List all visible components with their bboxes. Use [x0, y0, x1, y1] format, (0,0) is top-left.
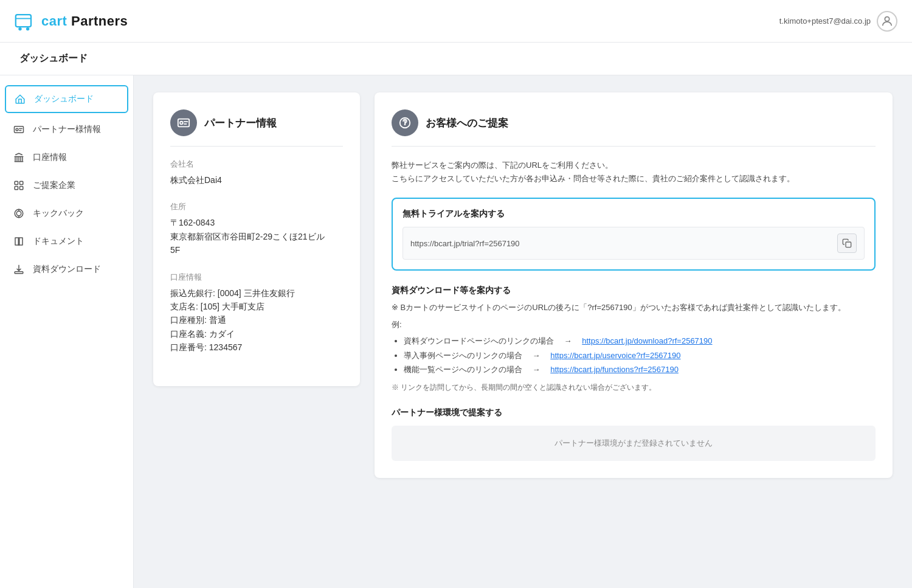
bank-icon — [12, 151, 26, 164]
partner-card-icon — [170, 109, 197, 136]
company-section: 会社名 株式会社Dai4 — [170, 159, 343, 187]
home-icon — [13, 92, 27, 106]
sidebar-item-proposal-company[interactable]: ご提案企業 — [0, 171, 133, 199]
svg-point-6 — [16, 128, 18, 131]
uservoice-link[interactable]: https://bcart.jp/uservoice?rf=2567190 — [550, 351, 680, 360]
sidebar-label-download: 資料ダウンロード — [33, 264, 101, 275]
download-link[interactable]: https://bcart.jp/download?rf=2567190 — [582, 336, 712, 345]
user-area: t.kimoto+ptest7@dai.co.jp — [779, 11, 897, 32]
sidebar-item-partner-info[interactable]: パートナー様情報 — [0, 116, 133, 144]
page-title: ダッシュボード — [19, 53, 88, 63]
bank-type: 口座種別: 普通 — [170, 313, 343, 327]
sidebar-label-partner-info: パートナー様情報 — [33, 124, 101, 135]
trial-url-row: https://bcart.jp/trial?rf=2567190 — [402, 227, 865, 260]
sidebar: ダッシュボード パートナー様情報 口座情報 — [0, 75, 134, 588]
bank-number: 口座番号: 1234567 — [170, 341, 343, 354]
partner-card-title: パートナー情報 — [204, 116, 277, 130]
company-value: 株式会社Dai4 — [170, 173, 343, 187]
logo-cart: cart — [41, 13, 67, 29]
sidebar-item-account-info[interactable]: 口座情報 — [0, 144, 133, 171]
copy-url-button[interactable] — [837, 233, 857, 253]
proposal-card-title: お客様へのご提案 — [426, 116, 508, 130]
proposal-intro-line1: 弊社サービスをご案内の際は、下記のURLをご利用ください。 — [392, 159, 876, 172]
company-label: 会社名 — [170, 159, 343, 170]
svg-point-4 — [885, 16, 889, 21]
partner-env-empty: パートナー様環境がまだ登録されていません — [392, 426, 876, 461]
bank-name: 振込先銀行: [0004] 三井住友銀行 — [170, 286, 343, 300]
user-avatar-icon[interactable] — [877, 11, 897, 32]
logo-partners: Partners — [67, 13, 128, 29]
cart-logo-icon — [15, 10, 36, 32]
bank-branch: 支店名: [105] 大手町支店 — [170, 300, 343, 313]
bank-section: 口座情報 振込先銀行: [0004] 三井住友銀行 支店名: [105] 大手町… — [170, 272, 343, 355]
header: cart Partners t.kimoto+ptest7@dai.co.jp — [0, 0, 912, 43]
download-icon — [12, 263, 26, 276]
link-list-item-download: 資料ダウンロードページへのリンクの場合 → https://bcart.jp/d… — [404, 334, 876, 348]
sidebar-label-account-info: 口座情報 — [33, 152, 67, 163]
trial-section: 無料トライアルを案内する https://bcart.jp/trial?rf=2… — [392, 198, 876, 271]
trial-url-text: https://bcart.jp/trial?rf=2567190 — [410, 239, 832, 248]
svg-point-19 — [180, 122, 183, 125]
bank-holder: 口座名義: カダイ — [170, 327, 343, 341]
download-title: 資料ダウンロード等を案内する — [392, 285, 876, 296]
partner-info-card: パートナー情報 会社名 株式会社Dai4 住所 〒162-0843東京都新宿区市… — [153, 92, 360, 386]
caution-note: ※ リンクを訪問してから、長期間の間が空くと認識されない場合がございます。 — [392, 382, 876, 393]
proposal-intro-line2: こちらにアクセスしていただいた方が各お申込み・問合せ等された際に、貴社のご紹介案… — [392, 172, 876, 185]
user-email: t.kimoto+ptest7@dai.co.jp — [779, 16, 871, 26]
download-section: 資料ダウンロード等を案内する ※ BカートのサービスサイトのページのURLの後ろ… — [392, 285, 876, 393]
functions-link[interactable]: https://bcart.jp/functions?rf=2567190 — [550, 365, 679, 374]
logo-text: cart Partners — [41, 13, 128, 29]
sidebar-label-proposal-company: ご提案企業 — [33, 180, 75, 191]
proposal-card: お客様へのご提案 弊社サービスをご案内の際は、下記のURLをご利用ください。 こ… — [375, 92, 893, 478]
main-content: パートナー情報 会社名 株式会社Dai4 住所 〒162-0843東京都新宿区市… — [134, 75, 912, 588]
proposal-intro: 弊社サービスをご案内の際は、下記のURLをご利用ください。 こちらにアクセスして… — [392, 159, 876, 185]
trial-label: 無料トライアルを案内する — [402, 209, 865, 220]
svg-rect-17 — [15, 272, 23, 274]
svg-point-14 — [16, 211, 21, 216]
svg-rect-11 — [15, 187, 18, 190]
book-icon — [12, 235, 26, 248]
address-label: 住所 — [170, 201, 343, 212]
address-section: 住所 〒162-0843東京都新宿区市谷田町2-29こくほ21ビル5F — [170, 201, 343, 257]
proposal-card-icon — [392, 109, 418, 136]
coin-icon — [12, 207, 26, 220]
sidebar-label-document: ドキュメント — [33, 236, 84, 247]
sidebar-label-kickback: キックバック — [33, 208, 84, 219]
partner-card-header: パートナー情報 — [170, 109, 343, 147]
svg-rect-9 — [15, 181, 18, 184]
sidebar-label-dashboard: ダッシュボード — [34, 94, 94, 105]
svg-rect-25 — [846, 242, 851, 247]
download-note: ※ BカートのサービスサイトのページのURLの後ろに「?rf=2567190」が… — [392, 301, 876, 314]
svg-rect-0 — [16, 15, 31, 27]
proposal-card-header: お客様へのご提案 — [392, 109, 876, 147]
sidebar-item-download[interactable]: 資料ダウンロード — [0, 255, 133, 283]
link-list: 資料ダウンロードページへのリンクの場合 → https://bcart.jp/d… — [392, 334, 876, 376]
partner-env-title: パートナー様環境で提案する — [392, 407, 876, 418]
grid-icon — [12, 179, 26, 192]
bank-label: 口座情報 — [170, 272, 343, 283]
example-label: 例: — [392, 319, 876, 330]
svg-rect-12 — [20, 187, 23, 190]
page-title-bar: ダッシュボード — [0, 43, 912, 75]
link-list-item-functions: 機能一覧ページへのリンクの場合 → https://bcart.jp/funct… — [404, 362, 876, 376]
svg-point-2 — [18, 27, 21, 30]
svg-point-3 — [26, 27, 29, 30]
id-card-icon — [12, 123, 26, 136]
address-value: 〒162-0843東京都新宿区市谷田町2-29こくほ21ビル5F — [170, 216, 343, 257]
layout: ダッシュボード パートナー様情報 口座情報 — [0, 75, 912, 588]
sidebar-item-dashboard[interactable]: ダッシュボード — [5, 85, 128, 113]
bank-details: 振込先銀行: [0004] 三井住友銀行 支店名: [105] 大手町支店 口座… — [170, 286, 343, 355]
link-list-item-uservoice: 導入事例ページへのリンクの場合 → https://bcart.jp/userv… — [404, 348, 876, 362]
sidebar-item-document[interactable]: ドキュメント — [0, 227, 133, 255]
partner-env-section: パートナー様環境で提案する パートナー様環境がまだ登録されていません — [392, 407, 876, 461]
sidebar-item-kickback[interactable]: キックバック — [0, 199, 133, 227]
logo-area: cart Partners — [15, 10, 128, 32]
svg-rect-10 — [20, 181, 23, 184]
